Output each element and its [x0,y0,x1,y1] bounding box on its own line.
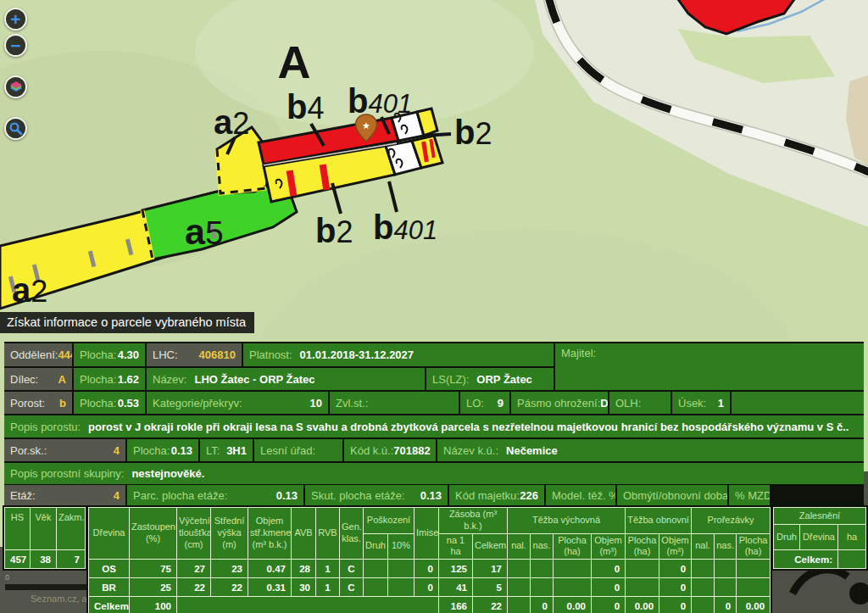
cell: 22 [177,578,211,597]
cell: 0 [531,597,554,613]
svg-text:★: ★ [362,120,370,131]
cell: 0.00 [737,597,771,613]
cell [508,597,531,613]
table-row-zal-total: Celkem: [774,550,866,569]
cell: 28 [292,560,316,578]
cell: 30 [292,578,316,597]
cell [554,578,592,597]
field-kod-majetku: Kód majetku:226 [449,485,544,505]
field-plocha-porsk: Plocha:0.13 [127,439,198,461]
cell [715,578,737,597]
field-usek: Úsek:1 [672,392,730,414]
colgroup-zalesneni: Zalesnění [774,508,866,525]
cell: 0 [592,578,626,597]
cell [531,560,554,578]
field-kodku: Kód k.ú.:701882 [344,439,436,461]
colgroup-prorezavky: Prořezávky [692,508,771,534]
field-mzd: % MZD: [729,485,770,505]
cell: 23 [211,560,248,578]
cell-hs: 457 [5,550,31,569]
cell-zal-total-value [838,550,866,569]
field-row3-filler [732,392,864,414]
cell: 0 [592,597,626,613]
col-stredni: Střední výška (m) [211,508,248,560]
cell: 0 [415,560,439,578]
cell [508,560,531,578]
col-zastoupeni: Zastoupení (%) [130,508,177,560]
cell: BR [89,578,130,597]
field-lhc: LHC:406810 [147,343,242,366]
cell: 27 [177,560,211,578]
cell: 1 [316,560,340,578]
cell-total-label: Celkem: [89,597,130,613]
zalesneni-table: Zalesnění Druh Dřevina ha Celkem: [771,505,868,571]
cell [508,578,531,597]
col-celkem: Celkem [473,533,508,560]
map-label-b4: b4 [287,88,324,125]
cell-zakm: 7 [57,550,86,569]
cell [531,578,554,597]
cell [364,578,388,597]
cell: 166 [439,597,473,613]
cell: 0.47 [248,560,292,578]
colgroup-tezba-obnovni: Těžba obnovní [626,508,692,534]
field-parc-plocha: Parc. plocha etáže:0.13 [127,485,303,505]
field-popis-porostu: Popis porostu:porost v J okraji rokle př… [4,415,864,437]
field-lt: LT:3H1 [200,439,253,461]
col-plocha-v: Plocha (ha) [554,533,592,560]
field-etaz: Etáž:4 [4,485,125,505]
col-vycetni: Výčetní tloušťka (cm) [177,508,211,560]
cell: 0 [659,578,692,597]
field-lesni-urad: Lesní úřad: [254,439,342,461]
field-zvlst: Zvl.st.: [330,392,459,414]
col-plocha-o: Plocha (ha) [626,533,659,560]
table-row-total: Celkem: 100 166 22 0 0.00 0 0.00 0 0 0.0… [89,597,771,613]
cell [388,560,415,578]
field-oddeleni: Oddělení:444 [4,343,72,366]
cell: C [340,578,364,597]
cell: 17 [473,560,508,578]
field-plocha-dilec: Plocha:1.62 [74,368,145,390]
zoom-out-button[interactable]: − [4,34,27,57]
cell-vek: 38 [31,550,57,569]
colgroup-tezba-vychovna: Těžba výchovná [508,508,626,534]
col-nas-p: nas. [715,533,737,560]
cell: 0.31 [248,578,292,597]
info-row-7: Etáž:4 Parc. plocha etáže:0.13 Skut. plo… [4,485,864,505]
cell: 0 [415,578,439,597]
app-screen: A a2 b4 b401 b2 b2 b401 a5 a2 ★ [0,0,868,613]
col-nal-v: nal. [508,533,531,560]
search-button[interactable] [4,117,27,140]
field-nazev: Název:LHO Žatec - ORP Žatec [147,368,425,390]
layers-button[interactable] [4,75,27,98]
field-nazevku: Název k.ú.:Nečemice [437,439,864,461]
map-label-b2-bottom: b2 [315,212,353,249]
field-lslz: LS(LZ):ORP Žatec [426,368,554,390]
col-druh: Druh [364,533,388,560]
minus-icon: − [10,36,20,54]
field-lo: LO:9 [460,392,509,414]
col-zal-drevina: Dřevina [800,525,838,550]
cell [692,560,715,578]
layers-icon [8,80,24,95]
cell: OS [89,560,130,578]
cell: 0 [659,597,692,613]
field-dilec: Dílec:A [4,368,72,390]
field-pasmo: Pásmo ohrožení:D [511,392,608,414]
col-objem-o: Objem (m³) [659,533,692,560]
map-tooltip: Získat informace o parcele vybraného mís… [0,312,254,333]
cell [692,578,715,597]
col-nas-v: nas. [531,533,554,560]
zoom-in-button[interactable]: + [4,8,27,31]
map-label-a5: a5 [185,211,224,252]
cell [364,560,388,578]
info-row-4: Popis porostu:porost v J okraji rokle př… [4,415,864,437]
cell: 0 [715,597,737,613]
field-model-tez: Model. těž. %:0 [546,485,615,505]
cell: 0.00 [626,597,659,613]
col-zal-ha: ha [838,525,866,550]
cell: 75 [130,560,177,578]
plus-icon: + [10,10,20,28]
map-label-b2-right: b2 [454,114,492,151]
cell: 1 [316,578,340,597]
